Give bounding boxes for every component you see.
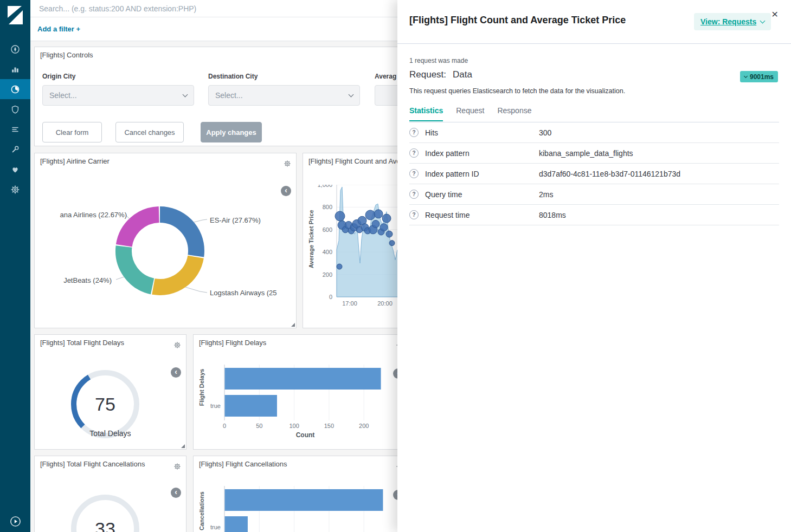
svg-text:0: 0 — [223, 423, 226, 429]
svg-text:800: 800 — [323, 204, 332, 210]
panel-total-flight-delays: [Flights] Total Flight Delays ‹ 75 Total… — [34, 334, 187, 450]
stat-value: 8018ms — [539, 211, 566, 219]
tab-response[interactable]: Response — [497, 106, 531, 121]
chevron-down-icon — [760, 18, 766, 24]
x-axis-title: Count — [224, 431, 386, 439]
view-requests-button[interactable]: View: Requests — [694, 13, 771, 30]
svg-text:true: true — [210, 403, 221, 409]
clear-form-button[interactable]: Clear form — [42, 122, 102, 142]
sidebar-item-dashboard[interactable] — [0, 79, 30, 99]
panel-gear-icon[interactable] — [173, 463, 181, 472]
stat-label: Index pattern ID — [425, 170, 539, 178]
pie-label-jetbeats: JetBeats (24%) — [46, 276, 112, 284]
request-summary: 1 request was made — [409, 57, 468, 64]
panel-airline-carrier: [Flights] Airline Carrier ‹ ana Airlines… — [34, 153, 297, 328]
svg-text:true: true — [210, 524, 221, 530]
panel-flights-controls: [Flights] Controls Origin City Select...… — [34, 47, 457, 146]
visualize-icon — [10, 64, 20, 74]
panel-title: [Flights] Total Flight Delays — [40, 339, 124, 347]
svg-text:600: 600 — [323, 226, 332, 233]
svg-text:0: 0 — [329, 294, 332, 300]
pie-label-logstash-airways: Logstash Airways (25 — [210, 289, 277, 297]
collapse-nav-icon[interactable] — [10, 516, 21, 527]
svg-text:20:00: 20:00 — [377, 300, 393, 307]
help-icon[interactable]: ? — [409, 128, 419, 137]
svg-text:1,000: 1,000 — [317, 185, 332, 188]
table-row: ? Hits 300 — [409, 122, 779, 143]
add-filter-link[interactable]: Add a filter + — [37, 25, 80, 33]
apm-shield-icon — [10, 105, 20, 114]
stat-value: 300 — [539, 128, 551, 137]
sidebar-item-management[interactable] — [0, 179, 30, 199]
help-icon[interactable]: ? — [409, 210, 419, 219]
gear-icon — [10, 185, 20, 194]
stat-label: Query time — [425, 190, 539, 199]
wrench-icon — [10, 145, 20, 154]
discover-icon — [10, 44, 20, 54]
gauge-caption: Total Delays — [35, 429, 186, 438]
flight-delays-chart[interactable]: 050100150200true — [194, 335, 409, 443]
table-row: ? Index pattern kibana_sample_data_fligh… — [409, 143, 779, 164]
heart-icon — [10, 165, 20, 174]
panel-resize-handle[interactable] — [181, 444, 185, 448]
help-icon[interactable]: ? — [409, 148, 419, 158]
kibana-logo[interactable] — [7, 5, 23, 27]
legend-toggle-icon[interactable]: ‹ — [171, 488, 181, 498]
svg-text:200: 200 — [323, 271, 332, 278]
table-row: ? Request time 8018ms — [409, 205, 779, 225]
cancel-changes-button[interactable]: Cancel changes — [115, 122, 184, 142]
svg-text:50: 50 — [256, 423, 262, 429]
panel-gear-icon[interactable] — [173, 341, 181, 351]
svg-text:150: 150 — [324, 423, 334, 429]
chevron-down-icon — [183, 92, 188, 98]
destination-city-label: Destination City — [208, 73, 258, 80]
origin-city-select[interactable]: Select... — [42, 85, 194, 106]
panel-title: [Flights] Controls — [40, 51, 93, 59]
panel-resize-handle[interactable] — [291, 323, 295, 327]
panel-flight-cancellations: [Flights] Flight Cancellations ‹ Flight … — [193, 456, 409, 532]
statistics-table: ? Hits 300 ? Index pattern kibana_sample… — [409, 122, 779, 225]
select-placeholder: Select... — [215, 91, 349, 100]
panel-flight-delays: [Flights] Flight Delays ‹ Flight Delays … — [193, 334, 409, 450]
apply-changes-button[interactable]: Apply changes — [201, 122, 262, 142]
svg-text:200: 200 — [359, 423, 369, 429]
select-placeholder: Select... — [49, 91, 183, 100]
dashboard-icon — [10, 85, 20, 94]
stat-value: kibana_sample_data_flights — [539, 149, 633, 158]
inspector-tabs: Statistics Request Response — [409, 106, 544, 121]
request-label: Request: — [409, 69, 446, 80]
sidebar-nav — [0, 39, 30, 199]
pie-label-connectors — [35, 153, 297, 328]
sidebar-item-discover[interactable] — [0, 39, 30, 59]
chevron-down-icon — [349, 92, 354, 98]
destination-city-select[interactable]: Select... — [208, 85, 360, 106]
table-row: ? Index pattern ID d3d7af60-4c81-11e8-b3… — [409, 164, 779, 184]
app-sidebar — [0, 0, 30, 532]
svg-text:100: 100 — [289, 423, 299, 429]
origin-city-label: Origin City — [42, 73, 75, 80]
sidebar-item-monitoring[interactable] — [0, 159, 30, 179]
flight-cancellations-chart[interactable]: 050100150200true — [194, 456, 409, 532]
pie-label-ana-airlines: ana Airlines (22.67%) — [41, 211, 127, 219]
stat-value: d3d7af60-4c81-11e8-b3d7-01146121b73d — [539, 170, 680, 178]
sidebar-item-apm[interactable] — [0, 99, 30, 119]
gauge-value: 33 — [65, 488, 146, 532]
view-requests-label: View: Requests — [700, 17, 756, 26]
help-icon[interactable]: ? — [409, 190, 419, 199]
panel-total-flight-cancellations: [Flights] Total Flight Cancellations ‹ 3… — [34, 456, 187, 532]
tab-statistics[interactable]: Statistics — [409, 106, 443, 121]
sidebar-item-dev-tools[interactable] — [0, 139, 30, 159]
request-name: Data — [453, 69, 472, 80]
help-icon[interactable]: ? — [409, 169, 419, 178]
panel-title: [Flights] Total Flight Cancellations — [40, 460, 145, 468]
stat-label: Hits — [425, 128, 539, 137]
sidebar-item-visualize[interactable] — [0, 59, 30, 79]
sidebar-item-logs[interactable] — [0, 119, 30, 139]
legend-toggle-icon[interactable]: ‹ — [171, 367, 181, 378]
tab-request[interactable]: Request — [456, 106, 484, 121]
close-icon[interactable]: × — [771, 8, 778, 20]
pie-label-es-air: ES-Air (27.67%) — [210, 216, 261, 224]
flyout-title: [Flights] Flight Count and Average Ticke… — [409, 15, 626, 26]
duration-value: 9001ms — [750, 73, 774, 81]
inspector-flyout: [Flights] Flight Count and Average Ticke… — [397, 0, 791, 532]
